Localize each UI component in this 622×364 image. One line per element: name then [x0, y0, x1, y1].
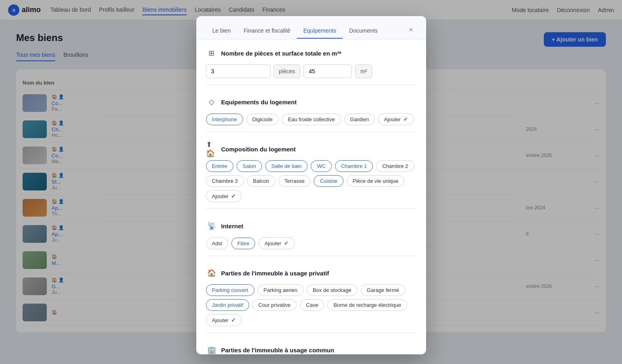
tag-digicode[interactable]: Digicode — [246, 114, 279, 125]
tag-add-composition[interactable]: Ajouter ✓ — [206, 190, 242, 202]
tag-salon[interactable]: Salon — [237, 160, 262, 172]
modal-tab-le-bien[interactable]: Le bien — [206, 23, 237, 39]
section-divider — [206, 209, 416, 209]
section-internet-header: 📡 Internet — [206, 220, 416, 232]
modal: Le bien Finance et fiscalité Equipements… — [196, 16, 426, 354]
add-label: Ajouter — [212, 193, 229, 199]
add-label: Ajouter — [264, 240, 281, 246]
home-lock-icon: 🏠 — [206, 267, 217, 279]
equipements-tags: Interphone Digicode Eau froide collectiv… — [206, 113, 416, 125]
tag-add-equipement[interactable]: Ajouter ✓ — [378, 113, 414, 125]
section-pieces: ⊞ Nombre de pièces et surface totale en … — [206, 48, 416, 85]
modal-close-button[interactable]: × — [406, 23, 416, 37]
tag-borne-recharge[interactable]: Borne de recharge électrique — [327, 299, 407, 311]
section-commun-header: 🏢 Parties de l'immeuble à usage commun — [206, 344, 416, 354]
tag-chambre2[interactable]: Chambre 2 — [376, 160, 414, 172]
section-divider — [206, 256, 416, 256]
tag-terrasse[interactable]: Terrasse — [279, 175, 311, 187]
add-label: Ajouter — [384, 116, 401, 122]
surface-input[interactable] — [304, 64, 352, 78]
tag-wc[interactable]: WC — [311, 160, 332, 172]
tag-parking-aerien[interactable]: Parking aerien — [258, 284, 304, 296]
section-parties-commun: 🏢 Parties de l'immeuble à usage commun A… — [206, 344, 416, 354]
section-parties-privatif: 🏠 Parties de l'immeuble à usage privatif… — [206, 267, 416, 333]
surface-unit-label: m² — [355, 64, 372, 78]
pieces-unit-label: pièces — [274, 64, 300, 78]
tag-adsl[interactable]: Adsl — [206, 238, 228, 249]
tag-add-privatif[interactable]: Ajouter ✓ — [206, 314, 242, 326]
tag-add-internet[interactable]: Ajouter ✓ — [258, 237, 294, 249]
section-internet-title: Internet — [221, 223, 243, 230]
tag-box-stockage[interactable]: Box de stockage — [307, 284, 358, 296]
check-icon: ✓ — [231, 317, 236, 323]
section-composition-title: Composition du logement — [221, 146, 296, 153]
modal-tab-equipements[interactable]: Equipements — [297, 23, 343, 39]
tag-interphone[interactable]: Interphone — [206, 114, 243, 125]
section-composition-header: ⬆🏠 Composition du logement — [206, 143, 416, 155]
tag-salle-de-bain[interactable]: Salle de bain — [265, 160, 308, 172]
modal-body: ⊞ Nombre de pièces et surface totale en … — [196, 39, 426, 354]
diamond-icon: ◇ — [206, 96, 217, 108]
tag-balcon[interactable]: Balcon — [247, 175, 275, 187]
check-icon: ✓ — [231, 193, 236, 199]
privatif-tags: Parking couvert Parking aerien Box de st… — [206, 284, 416, 326]
building-icon: 🏢 — [206, 344, 217, 354]
tag-chambre3[interactable]: Chambre 3 — [206, 175, 244, 187]
tag-cave[interactable]: Cave — [300, 299, 324, 311]
pieces-inputs-row: pièces m² — [206, 64, 416, 78]
tag-entree[interactable]: Entrée — [206, 160, 233, 172]
modal-overlay[interactable]: Le bien Finance et fiscalité Equipements… — [0, 0, 622, 364]
grid-icon: ⊞ — [206, 48, 217, 59]
section-privatif-header: 🏠 Parties de l'immeuble à usage privatif — [206, 267, 416, 279]
section-equipements: ◇ Equipements du logement Interphone Dig… — [206, 96, 416, 132]
tag-piece-vie-unique[interactable]: Pièce de vie unique — [347, 175, 404, 187]
section-divider — [206, 132, 416, 132]
add-label: Ajouter — [212, 317, 229, 323]
tag-eau-froide[interactable]: Eau froide collective — [282, 114, 341, 125]
modal-header: Le bien Finance et fiscalité Equipements… — [196, 16, 426, 39]
tag-cuisine[interactable]: Cuisine — [314, 175, 343, 187]
composition-tags: Entrée Salon Salle de bain WC Chambre 1 … — [206, 160, 416, 202]
modal-tab-documents[interactable]: Documents — [343, 23, 384, 39]
section-equipements-title: Equipements du logement — [221, 99, 297, 105]
tag-cour-privative[interactable]: Cour privative — [252, 299, 297, 311]
section-divider — [206, 333, 416, 333]
section-equipements-header: ◇ Equipements du logement — [206, 96, 416, 108]
wifi-icon: 📡 — [206, 220, 217, 232]
internet-tags: Adsl Fibre Ajouter ✓ — [206, 237, 416, 249]
section-divider — [206, 85, 416, 85]
section-internet: 📡 Internet Adsl Fibre Ajouter ✓ — [206, 220, 416, 256]
tag-chambre1[interactable]: Chambre 1 — [335, 160, 373, 172]
tag-gardien[interactable]: Gardien — [344, 114, 375, 125]
check-icon: ✓ — [284, 240, 289, 246]
tag-garage-ferme[interactable]: Garage fermé — [361, 284, 405, 296]
tag-parking-couvert[interactable]: Parking couvert — [206, 284, 254, 296]
home-upload-icon: ⬆🏠 — [206, 143, 217, 155]
check-icon: ✓ — [403, 116, 408, 122]
section-pieces-header: ⊞ Nombre de pièces et surface totale en … — [206, 48, 416, 59]
section-commun-title: Parties de l'immeuble à usage commun — [221, 347, 334, 354]
tag-fibre[interactable]: Fibre — [231, 238, 256, 249]
modal-tab-finance[interactable]: Finance et fiscalité — [237, 23, 297, 39]
pieces-input[interactable] — [206, 64, 270, 78]
section-privatif-title: Parties de l'immeuble à usage privatif — [221, 270, 329, 277]
section-pieces-title: Nombre de pièces et surface totale en m²… — [221, 50, 341, 57]
section-composition: ⬆🏠 Composition du logement Entrée Salon … — [206, 143, 416, 209]
tag-jardin-privatif[interactable]: Jardin privatif — [206, 299, 249, 311]
